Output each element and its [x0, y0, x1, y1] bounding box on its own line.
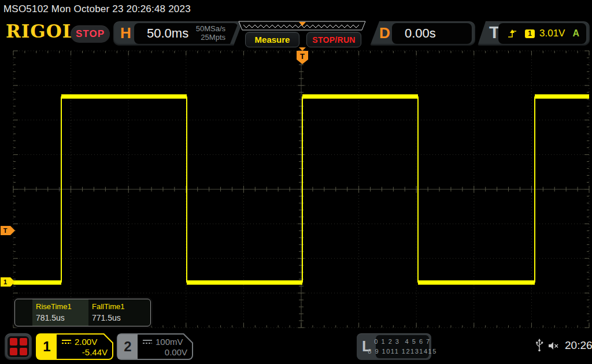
- desktop-grid-button[interactable]: [5, 333, 32, 360]
- rigol-logo: RIGOL: [6, 21, 76, 42]
- delay-panel[interactable]: D 0.00s: [370, 21, 475, 46]
- measurement-value: 781.5us: [36, 313, 88, 322]
- measurement-name: RiseTime1: [36, 302, 88, 311]
- measurement-falltime[interactable]: FallTime1 771.5us: [88, 299, 145, 326]
- waveform-display[interactable]: TT1 RiseTime1 781.5us FallTime1 771.5us: [0, 47, 592, 329]
- memory-depth: 25Mpts: [196, 34, 225, 42]
- channel1-block[interactable]: 1 2.00V -5.44V: [36, 333, 113, 360]
- dc-coupling-icon: [61, 339, 72, 344]
- sample-rate: 50MSa/s: [196, 25, 225, 34]
- channel1-offset: -5.44V: [61, 347, 108, 357]
- channel1-number: 1: [37, 335, 57, 359]
- trigger-mode-auto: A: [572, 28, 579, 39]
- measure-button[interactable]: Measure: [245, 32, 299, 47]
- speaker-muted-icon: [548, 341, 559, 351]
- dc-coupling-icon: [142, 339, 153, 344]
- channel1-position-marker[interactable]: 1: [1, 277, 15, 287]
- trigger-box: 1 3.01V A: [498, 23, 586, 44]
- delay-value: 0.00s: [405, 26, 436, 41]
- rising-edge-trigger-icon: [508, 29, 517, 38]
- delay-box: 0.00s: [392, 23, 472, 44]
- grid-icon: [8, 336, 29, 357]
- channel2-scale: 100mV: [156, 337, 183, 347]
- trigger-level-value: 3.01V: [539, 28, 565, 39]
- waveform-preview-strip[interactable]: [238, 21, 367, 31]
- timebase-box: 50.0ms 50MSa/s 25Mpts: [134, 23, 238, 44]
- timebase-value: 50.0ms: [147, 26, 188, 41]
- channel2-block[interactable]: 2 100mV 0.00V: [117, 333, 193, 360]
- run-state-badge: STOP: [71, 25, 110, 43]
- measurement-name: FallTime1: [92, 302, 145, 311]
- trigger-source-badge: 1: [525, 29, 535, 38]
- grid-lines: [13, 51, 589, 328]
- channel1-scale: 2.00V: [75, 337, 97, 347]
- titlebar-text: MSO5102 Mon October 23 20:26:48 2023: [3, 3, 191, 15]
- stop-run-button[interactable]: STOP/RUN: [306, 32, 361, 47]
- delay-label: D: [379, 24, 390, 42]
- svg-text:T: T: [300, 52, 305, 61]
- trigger-level-marker[interactable]: T: [1, 226, 15, 235]
- usb-icon: [535, 339, 543, 352]
- measurement-value: 771.5us: [92, 313, 145, 322]
- trigger-panel[interactable]: T 1 3.01V A: [478, 21, 590, 46]
- logic-analyzer-block[interactable]: L 0 1 2 3 4 5 6 7 8 9 1011 12131415: [357, 333, 431, 360]
- logic-channels: 0 1 2 3 4 5 6 7 8 9 1011 12131415: [376, 335, 429, 358]
- horizontal-label: H: [120, 24, 131, 42]
- svg-text:T: T: [3, 227, 8, 234]
- logic-row-2: 8 9 1011 12131415: [368, 347, 437, 356]
- measurement-panel[interactable]: RiseTime1 781.5us FallTime1 771.5us: [14, 299, 151, 326]
- channel2-offset: 0.00V: [142, 347, 187, 357]
- horizontal-panel[interactable]: H 50.0ms 50MSa/s 25Mpts: [113, 21, 243, 46]
- svg-text:1: 1: [3, 278, 7, 285]
- logic-row-1: 0 1 2 3 4 5 6 7: [374, 337, 430, 347]
- channel2-number: 2: [118, 335, 138, 359]
- graticule[interactable]: TT1: [0, 47, 592, 329]
- bottom-bar: 1 2.00V -5.44V 2: [0, 329, 592, 364]
- measurement-risetime[interactable]: RiseTime1 781.5us: [32, 299, 88, 326]
- oscilloscope-screen: MSO5102 Mon October 23 20:26:48 2023 RIG…: [0, 0, 592, 364]
- header-bar: RIGOL STOP H 50.0ms 50MSa/s 25Mpts Measu…: [0, 17, 592, 47]
- trigger-position-marker[interactable]: T: [297, 47, 308, 64]
- clock: 20:26: [565, 339, 592, 352]
